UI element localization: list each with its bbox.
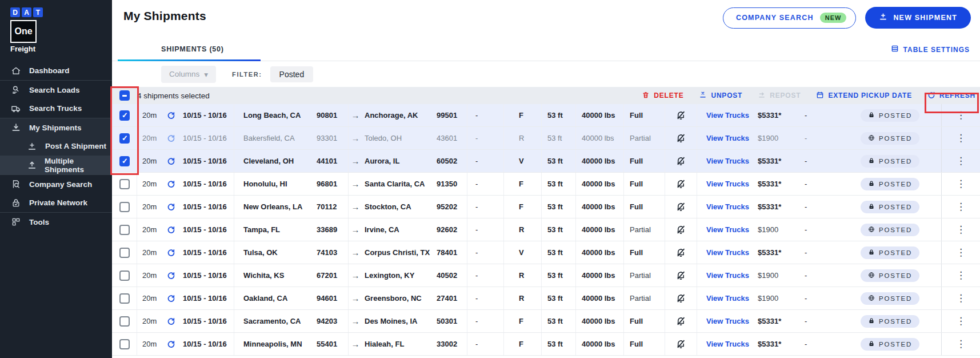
view-trucks-link[interactable]: View Trucks [706, 248, 749, 257]
price-cell: $1900 [755, 287, 797, 309]
sidebar-item-tools[interactable]: Tools [0, 212, 112, 231]
sidebar-item-multiple-shipments[interactable]: Multiple Shipments [0, 156, 112, 174]
row-checkbox[interactable] [119, 248, 130, 258]
row-menu-button[interactable]: ⋮ [942, 287, 980, 309]
row-menu-button[interactable]: ⋮ [942, 173, 980, 195]
row-menu-button[interactable]: ⋮ [942, 218, 980, 241]
row-refresh-icon[interactable] [162, 241, 179, 264]
view-trucks-link[interactable]: View Trucks [706, 225, 749, 234]
alarm-off-icon [665, 196, 697, 218]
row-menu-button[interactable]: ⋮ [942, 264, 980, 287]
row-checkbox[interactable] [119, 293, 130, 304]
view-trucks-link[interactable]: View Trucks [706, 202, 749, 211]
view-trucks-link[interactable]: View Trucks [706, 294, 749, 303]
age-cell: 20m [137, 104, 162, 126]
status-label: POSTED [879, 204, 912, 210]
row-checkbox[interactable] [119, 156, 130, 166]
row-checkbox[interactable] [119, 110, 130, 121]
row-menu-button[interactable]: ⋮ [942, 104, 980, 126]
row-refresh-icon[interactable] [162, 218, 179, 241]
dash-cell: - [797, 173, 839, 195]
row-refresh-icon[interactable] [162, 196, 179, 218]
view-trucks-link[interactable]: View Trucks [706, 111, 749, 120]
weight-cell: 40000 lbs [576, 127, 624, 149]
alarm-off-icon [665, 333, 697, 355]
row-refresh-icon[interactable] [162, 104, 179, 126]
equipment-cell: V [504, 241, 542, 264]
view-trucks-link[interactable]: View Trucks [706, 180, 749, 188]
reference-cell: - [467, 333, 504, 355]
sidebar-item-dashboard[interactable]: Dashboard [0, 61, 112, 80]
sidebar-item-post-a-shipment[interactable]: Post A Shipment [0, 137, 112, 156]
logo-letter: D [10, 7, 20, 17]
delete-button[interactable]: DELETE [642, 91, 683, 101]
sidebar-item-company-search[interactable]: Company Search [0, 174, 112, 193]
view-trucks-link[interactable]: View Trucks [706, 340, 749, 348]
dash-cell: - [797, 150, 839, 172]
row-checkbox[interactable] [119, 225, 130, 235]
destination-city-cell: Corpus Christi, TX [362, 241, 437, 264]
unpost-button[interactable]: UNPOST [699, 91, 742, 101]
row-menu-button[interactable]: ⋮ [942, 196, 980, 218]
chevron-down-icon: ▾ [204, 70, 208, 79]
row-menu-button[interactable]: ⋮ [942, 150, 980, 172]
origin-zip-cell: 70112 [317, 196, 349, 218]
row-menu-button[interactable]: ⋮ [942, 241, 980, 264]
row-refresh-icon[interactable] [162, 333, 179, 355]
view-trucks-link[interactable]: View Trucks [706, 134, 749, 142]
row-checkbox[interactable] [119, 316, 130, 327]
row-refresh-icon[interactable] [162, 310, 179, 332]
alarm-off-icon [665, 310, 697, 332]
select-all-checkbox[interactable] [119, 90, 130, 101]
destination-zip-cell: 78401 [437, 241, 467, 264]
status-badge: POSTED [861, 132, 919, 145]
pickup-dates-cell: 10/15 - 10/16 [179, 196, 234, 218]
destination-zip-cell: 92602 [437, 218, 467, 241]
sidebar-item-search-loads[interactable]: Search Loads [0, 80, 112, 99]
table-row: 20m 10/15 - 10/16 Cleveland, OH 44101 → … [112, 150, 980, 173]
view-trucks-link[interactable]: View Trucks [706, 317, 749, 325]
row-checkbox[interactable] [119, 339, 130, 349]
row-refresh-icon[interactable] [162, 264, 179, 287]
status-label: POSTED [879, 158, 912, 165]
company-search-button[interactable]: COMPANY SEARCH NEW [723, 7, 856, 29]
table-settings-button[interactable]: TABLE SETTINGS [891, 45, 970, 61]
row-checkbox[interactable] [119, 179, 130, 189]
lock-icon [868, 249, 875, 257]
view-trucks-link[interactable]: View Trucks [706, 157, 749, 165]
row-refresh-icon[interactable] [162, 127, 179, 149]
sidebar-item-private-network[interactable]: Private Network [0, 193, 112, 212]
filter-value-chip[interactable]: Posted [270, 66, 314, 82]
table-row: 20m 10/15 - 10/16 Tampa, FL 33689 → Irvi… [112, 218, 980, 241]
row-menu-button[interactable]: ⋮ [942, 333, 980, 355]
route-arrow-icon: → [349, 127, 362, 149]
row-menu-button[interactable]: ⋮ [942, 310, 980, 332]
row-checkbox[interactable] [119, 202, 130, 212]
sidebar-item-search-trucks[interactable]: Search Trucks [0, 99, 112, 118]
row-refresh-icon[interactable] [162, 287, 179, 309]
reference-cell: - [467, 196, 504, 218]
destination-zip-cell: 27401 [437, 287, 467, 309]
equipment-cell: F [504, 310, 542, 332]
sidebar-item-my-shipments[interactable]: My Shipments [0, 118, 112, 137]
weight-cell: 40000 lbs [576, 196, 624, 218]
tab-shipments[interactable]: SHIPMENTS (50) [161, 45, 224, 61]
row-refresh-icon[interactable] [162, 173, 179, 195]
status-label: POSTED [879, 341, 912, 348]
extend-pickup-date-button[interactable]: EXTEND PICKUP DATE [816, 91, 912, 101]
new-shipment-button[interactable]: NEW SHIPMENT [865, 7, 971, 29]
row-refresh-icon[interactable] [162, 150, 179, 172]
row-menu-button[interactable]: ⋮ [942, 127, 980, 149]
origin-city-cell: New Orleans, LA [234, 196, 317, 218]
repost-icon [758, 91, 766, 101]
dat-logo: D A T [10, 7, 112, 17]
refresh-button[interactable]: REFRESH [927, 91, 975, 101]
weight-cell: 40000 lbs [576, 104, 624, 126]
reference-cell: - [467, 241, 504, 264]
length-cell: 53 ft [542, 333, 576, 355]
row-checkbox[interactable] [119, 133, 130, 144]
columns-button[interactable]: Columns ▾ [161, 66, 216, 83]
row-checkbox[interactable] [119, 271, 130, 281]
dat-one-freight-logo: D A T One Freight [0, 0, 112, 58]
view-trucks-link[interactable]: View Trucks [706, 271, 749, 280]
